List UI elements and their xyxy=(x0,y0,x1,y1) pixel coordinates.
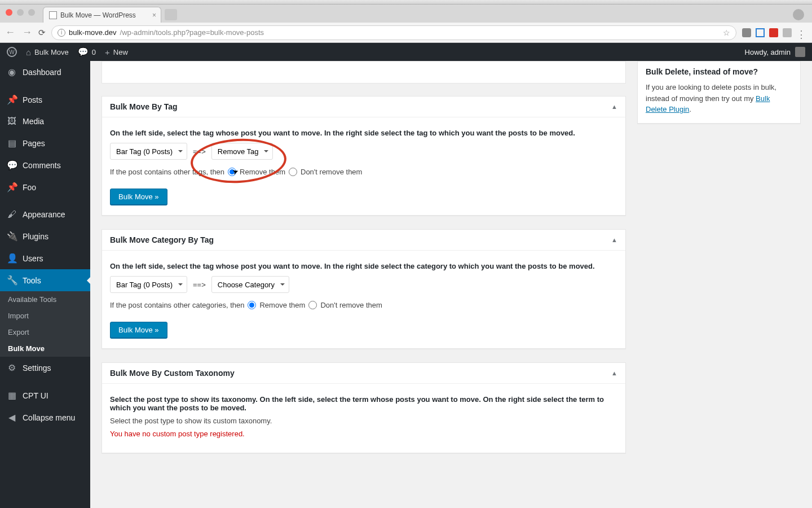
bulk-move-button[interactable]: Bulk Move » xyxy=(110,322,167,338)
extension-icons: ⋮ xyxy=(742,28,807,37)
new-link[interactable]: +New xyxy=(105,47,128,57)
source-tag-select[interactable]: Bar Tag (0 Posts) xyxy=(110,276,187,293)
wordpress-logo-icon[interactable]: W xyxy=(7,47,17,57)
menu-label: Media xyxy=(23,117,44,126)
extension-icon[interactable] xyxy=(783,28,792,37)
toggle-icon[interactable]: ▲ xyxy=(611,370,617,376)
plus-icon: + xyxy=(105,47,110,57)
postbox-header[interactable]: Bulk Move By Custom Taxonomy ▲ xyxy=(102,363,625,384)
radio-label: Don't remove them xyxy=(301,168,362,176)
source-tag-select[interactable]: Bar Tag (0 Posts) xyxy=(110,143,187,160)
menu-appearance[interactable]: 🖌Appearance xyxy=(0,204,90,225)
menu-plugins[interactable]: 🔌Plugins xyxy=(0,225,90,247)
comment-icon: 💬 xyxy=(78,47,89,57)
account-menu[interactable]: Howdy, admin xyxy=(745,47,805,57)
new-tab-button[interactable] xyxy=(165,9,177,20)
wp-admin-bar: W ⌂Bulk Move 💬0 +New Howdy, admin xyxy=(0,43,812,61)
menu-users[interactable]: 👤Users xyxy=(0,247,90,269)
warning-text: You have no custom post type registered. xyxy=(110,430,617,438)
reload-button[interactable]: ⟳ xyxy=(38,28,46,38)
comment-count: 0 xyxy=(92,48,96,56)
close-window-icon[interactable] xyxy=(6,9,12,16)
site-name: Bulk Move xyxy=(34,48,69,56)
wp-admin-menu: ◉Dashboard 📌Posts 🖼Media ▤Pages 💬Comment… xyxy=(0,61,90,508)
gear-icon: ⚙ xyxy=(7,362,17,373)
menu-label: Collapse menu xyxy=(23,413,75,422)
mac-window-chrome xyxy=(0,0,812,5)
user-icon: 👤 xyxy=(7,253,17,264)
dont-remove-radio[interactable] xyxy=(308,301,317,309)
submenu-available-tools[interactable]: Available Tools xyxy=(0,291,90,308)
url-host: bulk-move.dev xyxy=(69,28,117,37)
menu-dashboard[interactable]: ◉Dashboard xyxy=(0,61,90,83)
menu-label: Foo xyxy=(23,183,36,192)
tab-title: Bulk Move — WordPress xyxy=(60,11,136,19)
site-link[interactable]: ⌂Bulk Move xyxy=(26,47,69,57)
extension-icon[interactable] xyxy=(742,28,751,37)
wrench-icon: 🔧 xyxy=(7,275,17,286)
menu-label: Users xyxy=(23,254,43,263)
grid-icon: ▦ xyxy=(7,390,17,401)
postbox-header[interactable]: Bulk Move By Tag ▲ xyxy=(102,97,625,117)
sidebox-body: If you are looking to delete posts in bu… xyxy=(638,82,800,123)
page-icon: ▤ xyxy=(7,138,17,148)
site-info-icon[interactable]: i xyxy=(58,29,65,37)
dest-category-select[interactable]: Choose Category xyxy=(211,276,289,293)
new-label: New xyxy=(113,48,128,56)
comments-link[interactable]: 💬0 xyxy=(78,47,96,57)
close-tab-icon[interactable]: × xyxy=(152,11,156,19)
dont-remove-radio[interactable] xyxy=(289,168,297,176)
howdy-text: Howdy, admin xyxy=(745,48,791,56)
sidebox-bulk-delete: Bulk Delete, instead of move? If you are… xyxy=(637,61,801,124)
postbox-custom-taxonomy: Bulk Move By Custom Taxonomy ▲ Select th… xyxy=(102,362,626,453)
menu-comments[interactable]: 💬Comments xyxy=(0,154,90,176)
menu-label: Appearance xyxy=(23,210,65,219)
menu-foo[interactable]: 📌Foo xyxy=(0,176,90,198)
menu-posts[interactable]: 📌Posts xyxy=(0,89,90,111)
bookmark-star-icon[interactable]: ☆ xyxy=(723,28,730,37)
chrome-menu-icon[interactable]: ⋮ xyxy=(796,28,805,37)
toggle-icon[interactable]: ▲ xyxy=(611,237,617,243)
menu-media[interactable]: 🖼Media xyxy=(0,111,90,132)
pin-icon: 📌 xyxy=(7,182,17,192)
submenu-import[interactable]: Import xyxy=(0,308,90,324)
toggle-icon[interactable]: ▲ xyxy=(611,103,617,110)
tools-submenu: Available Tools Import Export Bulk Move xyxy=(0,291,90,357)
menu-label: Tools xyxy=(23,276,41,285)
sidebox-title: Bulk Delete, instead of move? xyxy=(638,62,800,82)
browser-tab[interactable]: Bulk Move — WordPress × xyxy=(43,7,161,23)
postbox-description: Select the post type to show its taxonom… xyxy=(110,395,617,412)
collapse-menu[interactable]: ◀Collapse menu xyxy=(0,406,90,428)
media-icon: 🖼 xyxy=(7,116,17,126)
window-controls[interactable] xyxy=(6,9,35,16)
menu-label: Pages xyxy=(23,139,45,148)
back-button[interactable]: ← xyxy=(5,27,16,38)
extension-icon[interactable] xyxy=(769,28,778,37)
submenu-export[interactable]: Export xyxy=(0,324,90,340)
address-bar[interactable]: i bulk-move.dev/wp-admin/tools.php?page=… xyxy=(51,25,736,40)
menu-settings[interactable]: ⚙Settings xyxy=(0,357,90,379)
extension-icon[interactable] xyxy=(756,28,765,37)
menu-label: Settings xyxy=(23,364,51,373)
remove-radio[interactable] xyxy=(228,168,236,176)
menu-pages[interactable]: ▤Pages xyxy=(0,132,90,154)
forward-button: → xyxy=(21,27,33,38)
submenu-bulk-move[interactable]: Bulk Move xyxy=(0,340,90,357)
url-path: /wp-admin/tools.php?page=bulk-move-posts xyxy=(120,28,264,37)
remove-radio[interactable] xyxy=(248,301,256,309)
menu-tools[interactable]: 🔧Tools xyxy=(0,269,90,291)
taxonomy-note: Select the post type to show its custom … xyxy=(110,417,617,425)
postbox-description: On the left side, select the tag whose p… xyxy=(110,129,617,137)
postbox-by-tag: Bulk Move By Tag ▲ On the left side, sel… xyxy=(102,96,626,216)
profile-avatar-icon[interactable] xyxy=(793,9,804,20)
dest-tag-select[interactable]: Remove Tag xyxy=(211,143,273,160)
brush-icon: 🖌 xyxy=(7,209,17,220)
zoom-window-icon[interactable] xyxy=(28,9,35,16)
avatar-icon xyxy=(795,47,805,57)
bulk-move-button[interactable]: Bulk Move » xyxy=(110,189,167,205)
browser-toolbar: ← → ⟳ i bulk-move.dev/wp-admin/tools.php… xyxy=(0,23,812,43)
menu-cpt-ui[interactable]: ▦CPT UI xyxy=(0,384,90,406)
minimize-window-icon[interactable] xyxy=(17,9,24,16)
postbox-title: Bulk Move Category By Tag xyxy=(110,235,214,244)
postbox-header[interactable]: Bulk Move Category By Tag ▲ xyxy=(102,230,625,251)
